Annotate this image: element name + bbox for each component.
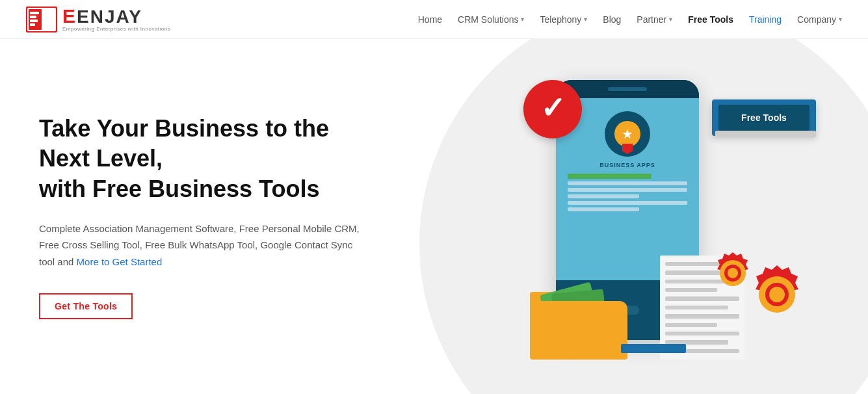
main-nav: Home CRM Solutions ▾ Telephony ▾ Blog Pa… — [418, 14, 842, 25]
phone-line-blue-5 — [568, 207, 639, 211]
free-tools-card-inner: Free Tools — [718, 105, 809, 131]
hero-section: Take Your Business to the Next Level, wi… — [0, 39, 868, 394]
hero-description: Complete Association Management Software… — [39, 220, 364, 270]
nav-telephony[interactable]: Telephony ▾ — [540, 14, 587, 25]
doc-line-7 — [665, 314, 739, 318]
gear-small-icon — [705, 246, 761, 301]
phone-line-blue-3 — [568, 194, 639, 198]
svg-point-12 — [728, 268, 738, 278]
phone-line-green — [568, 174, 651, 179]
logo-icon — [26, 7, 57, 33]
logo-text: EENJAY Empowering Enterprises with Innov… — [62, 7, 170, 32]
money-folder: $ $ — [530, 282, 634, 360]
phone-line-blue-4 — [568, 201, 687, 205]
nav-crm-solutions[interactable]: CRM Solutions ▾ — [458, 14, 524, 25]
phone-line-blue-1 — [568, 181, 687, 185]
checkmark-circle: ✓ — [523, 80, 582, 138]
free-tools-card-bar — [715, 131, 816, 137]
crm-dropdown-arrow: ▾ — [521, 16, 524, 23]
nav-company[interactable]: Company ▾ — [797, 14, 842, 25]
nav-partner[interactable]: Partner ▾ — [637, 14, 672, 25]
phone-content-lines — [562, 174, 692, 211]
checkmark-icon: ✓ — [540, 90, 566, 125]
award-badge: ★ — [611, 118, 644, 150]
hero-title: Take Your Business to the Next Level, wi… — [39, 114, 364, 205]
phone-bottom-bar — [621, 344, 686, 353]
phone-line-blue-2 — [568, 188, 687, 192]
nav-blog[interactable]: Blog — [603, 14, 621, 25]
logo-tagline: Empowering Enterprises with Innovations — [62, 26, 170, 32]
nav-training[interactable]: Training — [749, 14, 782, 25]
doc-line-9 — [665, 332, 739, 335]
more-link[interactable]: More to Get Started — [77, 256, 163, 267]
phone-app-icon: ★ — [605, 111, 650, 157]
free-tools-card-label: Free Tools — [741, 112, 787, 123]
nav-home[interactable]: Home — [418, 14, 442, 25]
get-tools-button[interactable]: Get The Tools — [39, 293, 133, 319]
svg-rect-3 — [30, 12, 39, 14]
doc-line-6 — [665, 306, 728, 309]
telephony-dropdown-arrow: ▾ — [584, 16, 587, 23]
folder-body — [530, 301, 627, 360]
svg-rect-6 — [30, 23, 35, 26]
svg-point-9 — [769, 287, 785, 302]
svg-rect-5 — [30, 20, 38, 22]
site-header: EENJAY Empowering Enterprises with Innov… — [0, 0, 868, 39]
hero-illustration: ✓ ★ BUSINESS APPS — [491, 60, 829, 373]
phone-speaker — [608, 87, 647, 91]
logo[interactable]: EENJAY Empowering Enterprises with Innov… — [26, 7, 170, 33]
hero-content: Take Your Business to the Next Level, wi… — [0, 75, 390, 359]
nav-free-tools[interactable]: Free Tools — [688, 14, 733, 25]
company-dropdown-arrow: ▾ — [839, 16, 842, 23]
partner-dropdown-arrow: ▾ — [669, 16, 672, 23]
business-apps-label: BUSINESS APPS — [599, 162, 655, 168]
phone-screen: ★ BUSINESS APPS — [556, 98, 699, 280]
svg-rect-4 — [30, 16, 36, 18]
logo-brand: EENJAY — [62, 7, 170, 26]
doc-line-8 — [665, 323, 717, 327]
